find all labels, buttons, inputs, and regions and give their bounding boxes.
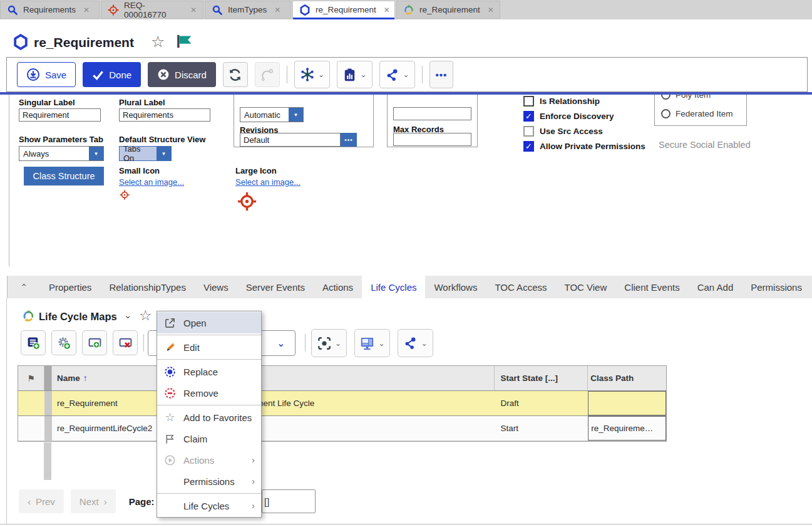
enforce-discovery-checkbox[interactable]: ✓	[523, 111, 534, 122]
class-path-column-header[interactable]: Class Path	[588, 366, 666, 390]
menu-item-label: Replace	[183, 367, 218, 377]
tab-life-cycles[interactable]: Life Cycles	[362, 276, 425, 298]
tab-actions[interactable]: Actions	[314, 276, 362, 298]
tab-properties[interactable]: Properties	[40, 276, 100, 298]
favorite-star-icon[interactable]: ☆	[151, 33, 165, 51]
tab-requirements[interactable]: Requirements ✕	[0, 1, 100, 19]
close-icon[interactable]: ✕	[488, 6, 494, 14]
is-relationship-checkbox[interactable]	[523, 96, 534, 107]
focus-dropdown-button[interactable]: ⌄	[311, 329, 347, 357]
class-path-cell[interactable]	[588, 391, 666, 415]
menu-item-life-cycles[interactable]: Life Cycles ›	[157, 495, 261, 516]
page-size-input[interactable]: []	[262, 489, 316, 513]
start-state-cell[interactable]: Start	[495, 416, 588, 441]
refresh-button[interactable]	[223, 62, 248, 87]
close-icon[interactable]: ✕	[190, 6, 197, 14]
lifecycle-map-icon	[403, 4, 414, 16]
tab-req-000016770[interactable]: REQ-000016770 ✕	[101, 1, 203, 19]
use-src-access-checkbox[interactable]	[523, 126, 534, 137]
reports-dropdown-button[interactable]: ⌄	[337, 61, 373, 88]
layout-dropdown-button[interactable]: ⌄	[354, 329, 390, 357]
menu-item-replace[interactable]: Replace	[157, 361, 261, 382]
collapse-panel-button[interactable]: ⌃	[8, 276, 40, 298]
delete-row-button[interactable]	[113, 330, 138, 355]
column-label: Start State [...]	[501, 373, 558, 383]
select-arrow-icon[interactable]: ▼	[157, 147, 171, 160]
next-arrow-icon: ›	[104, 496, 107, 507]
menu-item-remove[interactable]: Remove	[157, 382, 261, 404]
tab-permissions[interactable]: Permissions	[742, 276, 811, 298]
row-handle[interactable]	[44, 416, 52, 441]
more-actions-button[interactable]: •••	[429, 61, 453, 88]
start-state-column-header[interactable]: Start State [...]	[495, 366, 588, 390]
section-favorite-star-icon[interactable]: ☆	[139, 307, 152, 324]
federated-item-radio[interactable]	[661, 109, 671, 118]
default-page-size-input[interactable]	[393, 107, 471, 120]
sort-ascending-icon: ↑	[83, 373, 88, 383]
checkbox-label: Allow Private Permissions	[540, 142, 645, 151]
menu-item-add-to-favorites[interactable]: ☆ Add to Favorites	[157, 407, 261, 428]
menu-item-permissions[interactable]: Permissions ›	[157, 471, 261, 492]
prev-page-button[interactable]: ‹ Prev	[19, 489, 64, 513]
select-arrow-icon[interactable]: ▼	[89, 147, 103, 160]
select-arrow-icon[interactable]: ▼	[289, 108, 303, 122]
flag-column-header[interactable]: ⚑	[18, 366, 44, 390]
tab-workflows[interactable]: Workflows	[425, 276, 486, 298]
small-icon-select-link[interactable]: Select an image...	[119, 177, 184, 187]
add-existing-button[interactable]	[82, 330, 107, 355]
revisions-input[interactable]	[240, 133, 341, 147]
tab-can-add[interactable]: Can Add	[689, 276, 743, 298]
revisions-browse-button[interactable]: •••	[341, 133, 357, 147]
chevron-down-icon: ⌄	[335, 339, 341, 348]
tab-relationshiptypes[interactable]: RelationshipTypes	[100, 276, 195, 298]
row-flag-cell[interactable]	[18, 416, 44, 441]
tab-toc-access[interactable]: TOC Access	[486, 276, 555, 298]
versioning-select[interactable]: Automatic ▼	[240, 107, 304, 122]
tab-re-requirement-lifecycle[interactable]: re_Requirement ✕	[396, 1, 500, 19]
section-chevron-down-icon[interactable]: ⌄	[124, 310, 132, 321]
share-grid-dropdown-button[interactable]: ⌄	[398, 329, 433, 357]
max-records-input[interactable]	[393, 133, 471, 146]
tab-client-events[interactable]: Client Events	[615, 276, 688, 298]
menu-item-edit[interactable]: Edit	[157, 337, 261, 358]
done-button[interactable]: Done	[83, 62, 141, 87]
share-dropdown-button[interactable]: ⌄	[379, 61, 415, 88]
row-flag-cell[interactable]	[18, 391, 44, 415]
allow-private-permissions-checkbox[interactable]: ✓	[523, 141, 534, 152]
new-from-template-button[interactable]	[51, 330, 76, 355]
show-parameters-tab-select[interactable]: Always ▼	[19, 146, 104, 161]
singular-label-input[interactable]	[19, 108, 101, 122]
tab-views[interactable]: Views	[195, 276, 237, 298]
new-item-button[interactable]	[21, 330, 46, 355]
table-row[interactable]: re_RequirmentLifeCycle2 Start re_Require…	[18, 416, 666, 441]
menu-item-claim[interactable]: Claim	[157, 428, 261, 449]
poly-item-radio[interactable]	[661, 95, 671, 100]
start-state-cell[interactable]: Draft	[495, 391, 588, 415]
class-structure-button[interactable]: Class Structure	[24, 167, 104, 185]
tab-server-events[interactable]: Server Events	[237, 276, 314, 298]
save-button[interactable]: Save	[17, 62, 76, 87]
large-icon-select-link[interactable]: Select an image...	[235, 177, 301, 187]
menu-item-open[interactable]: Open	[157, 312, 261, 333]
close-icon[interactable]: ✕	[83, 6, 90, 14]
star-icon: ☆	[164, 412, 176, 424]
enforce-discovery-row: ✓ Enforce Discovery	[523, 111, 614, 122]
default-structure-view-select[interactable]: Tabs On ▼	[119, 146, 172, 161]
discard-button[interactable]: Discard	[148, 62, 216, 87]
plural-label-input[interactable]	[119, 108, 210, 122]
claimed-flag-icon[interactable]	[176, 34, 193, 49]
pagination-bar: ‹ Prev Next › Page: 1	[19, 489, 167, 513]
table-row[interactable]: re_Requirement re_Requirement Life Cycle…	[18, 391, 666, 416]
tab-itemtypes[interactable]: ItemTypes ✕	[205, 1, 291, 19]
row-handle[interactable]	[44, 391, 52, 415]
class-path-cell[interactable]: re_Requireme…	[588, 416, 666, 441]
show-parameters-tab-label: Show Parameters Tab	[19, 135, 103, 144]
close-icon[interactable]: ✕	[384, 6, 390, 14]
next-page-button[interactable]: Next ›	[71, 489, 116, 513]
tab-toc-view[interactable]: TOC View	[555, 276, 615, 298]
target-icon	[108, 4, 119, 16]
structure-dropdown-button[interactable]: ⌄	[294, 61, 330, 88]
tab-re-requirement-active[interactable]: re_Requirement ✕	[292, 1, 395, 19]
close-icon[interactable]: ✕	[274, 6, 280, 14]
tab-label: re_Requirement	[316, 5, 376, 14]
